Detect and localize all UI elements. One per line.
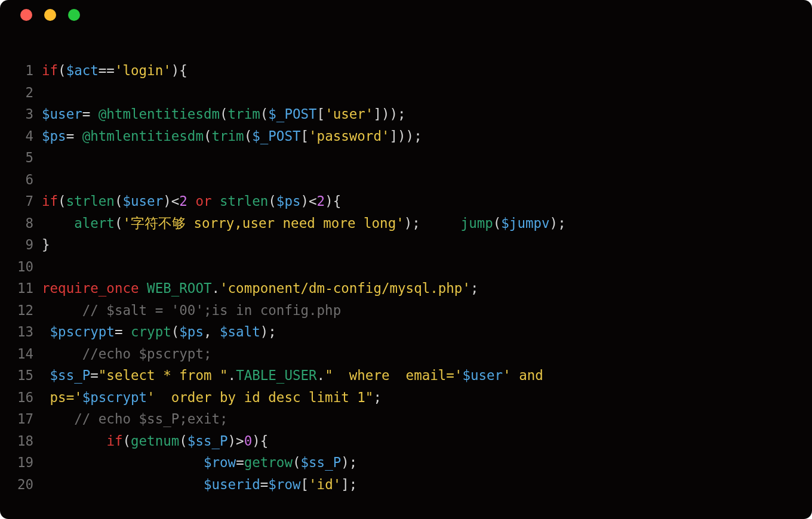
line-number: 12 (11, 299, 42, 322)
code-line: 5 (11, 147, 794, 169)
token-str: " where email=' (325, 367, 462, 383)
code-line: 15 $ss_P="select * from ".TABLE_USER." w… (11, 364, 794, 387)
token-plain (42, 477, 204, 492)
line-number: 9 (11, 234, 42, 256)
token-func: getrow (244, 455, 293, 470)
code-line: 11require_once WEB_ROOT.'component/dm-co… (11, 277, 794, 299)
token-plain (42, 346, 82, 362)
token-cmt: //echo $pscrypt; (82, 346, 212, 362)
line-content: if($act=='login'){ (42, 60, 187, 82)
code-line: 10 (11, 256, 794, 278)
token-str: ' and (503, 367, 551, 383)
token-punct: = (115, 324, 131, 339)
token-punct: . (228, 367, 236, 383)
token-var: $ps (276, 193, 301, 209)
token-plain (211, 193, 220, 209)
token-punct: [ (317, 106, 325, 122)
token-punct: == (99, 63, 115, 78)
token-var: $ps (179, 324, 204, 339)
line-content: require_once WEB_ROOT.'component/dm-conf… (42, 277, 479, 299)
token-const: WEB_ROOT (147, 280, 211, 296)
token-str: ps=' (50, 390, 82, 405)
line-content: if(strlen($user)<2 or strlen($ps)<2){ (42, 190, 341, 212)
token-str: 'user' (325, 106, 373, 122)
token-plain (42, 324, 50, 339)
token-punct: [ (301, 477, 309, 492)
token-punct: = (82, 106, 99, 122)
line-content: $user= @htmlentitiesdm(trim($_POST['user… (42, 103, 406, 125)
token-punct: ( (204, 128, 212, 144)
code-editor[interactable]: 1if($act=='login'){23$user= @htmlentitie… (0, 30, 812, 495)
token-punct: )< (163, 193, 179, 209)
token-const: TABLE_USER (236, 367, 316, 383)
token-punct: , (204, 324, 220, 339)
token-kw: if (106, 433, 122, 449)
line-content: ps='$pscrypt' order by id desc limit 1"; (42, 387, 382, 409)
token-var: $_POST (268, 106, 316, 122)
code-line: 8 alert('字符不够 sorry,user need more long'… (11, 212, 794, 234)
token-str: '字符不够 sorry,user need more long' (122, 215, 404, 231)
token-at: @htmlentitiesdm (99, 106, 220, 122)
code-line: 7if(strlen($user)<2 or strlen($ps)<2){ (11, 190, 794, 212)
token-var: $ss_P (187, 433, 228, 449)
token-var: $row (204, 455, 236, 470)
line-content: $ps= @htmlentitiesdm(trim($_POST['passwo… (42, 125, 422, 147)
token-plain (42, 390, 50, 405)
code-line: 3$user= @htmlentitiesdm(trim($_POST['use… (11, 103, 794, 125)
token-func: crypt (131, 324, 171, 339)
token-punct: ){ (325, 193, 341, 209)
token-plain (42, 302, 82, 318)
code-line: 4$ps= @htmlentitiesdm(trim($_POST['passw… (11, 125, 794, 147)
minimize-icon[interactable] (44, 9, 56, 21)
line-content: //echo $pscrypt; (42, 343, 211, 365)
maximize-icon[interactable] (68, 9, 80, 21)
token-punct: ( (260, 106, 269, 122)
token-plain (139, 280, 147, 296)
line-content: $row=getrow($ss_P); (42, 452, 357, 474)
token-punct: ( (115, 215, 123, 231)
token-punct: = (90, 367, 99, 383)
token-punct: ; (373, 390, 382, 405)
token-punct: ); (341, 455, 357, 470)
token-punct: ); (550, 215, 566, 231)
code-line: 13 $pscrypt= crypt($ps, $salt); (11, 321, 794, 343)
token-var: $salt (220, 324, 260, 339)
token-punct: ( (179, 433, 187, 449)
token-var: $userid (204, 477, 260, 492)
token-punct: ( (171, 324, 180, 339)
token-punct: . (317, 367, 325, 383)
line-number: 4 (11, 125, 42, 147)
token-punct: ( (493, 215, 502, 231)
token-func: jump (461, 215, 493, 231)
token-str: ' order by id desc limit 1" (147, 390, 373, 405)
token-var: $_POST (252, 128, 300, 144)
token-at: @htmlentitiesdm (82, 128, 204, 144)
close-icon[interactable] (20, 9, 32, 21)
token-func: strlen (66, 193, 115, 209)
code-line: 16 ps='$pscrypt' order by id desc limit … (11, 387, 794, 409)
token-num: 0 (244, 433, 253, 449)
token-var: $ps (42, 128, 66, 144)
token-punct: ( (220, 106, 228, 122)
line-number: 3 (11, 103, 42, 125)
token-punct: } (42, 237, 50, 252)
token-punct: ( (122, 433, 131, 449)
line-number: 17 (11, 408, 42, 430)
token-kw: if (42, 193, 58, 209)
window-titlebar (0, 0, 812, 30)
token-plain (42, 215, 74, 231)
code-line: 12 // $salt = '00';is in config.php (11, 299, 794, 322)
token-punct: ( (115, 193, 123, 209)
token-punct: ); (260, 324, 276, 339)
token-var: $user (122, 193, 163, 209)
token-plain (42, 367, 50, 383)
token-var: $jumpv (501, 215, 549, 231)
code-line: 2 (11, 82, 794, 104)
token-punct: )< (301, 193, 317, 209)
line-content: alert('字符不够 sorry,user need more long');… (42, 212, 566, 234)
token-punct: ( (268, 193, 276, 209)
code-line: 14 //echo $pscrypt; (11, 343, 794, 365)
token-func: alert (74, 215, 115, 231)
token-str: "select * from " (99, 367, 228, 383)
code-line: 9} (11, 234, 794, 256)
